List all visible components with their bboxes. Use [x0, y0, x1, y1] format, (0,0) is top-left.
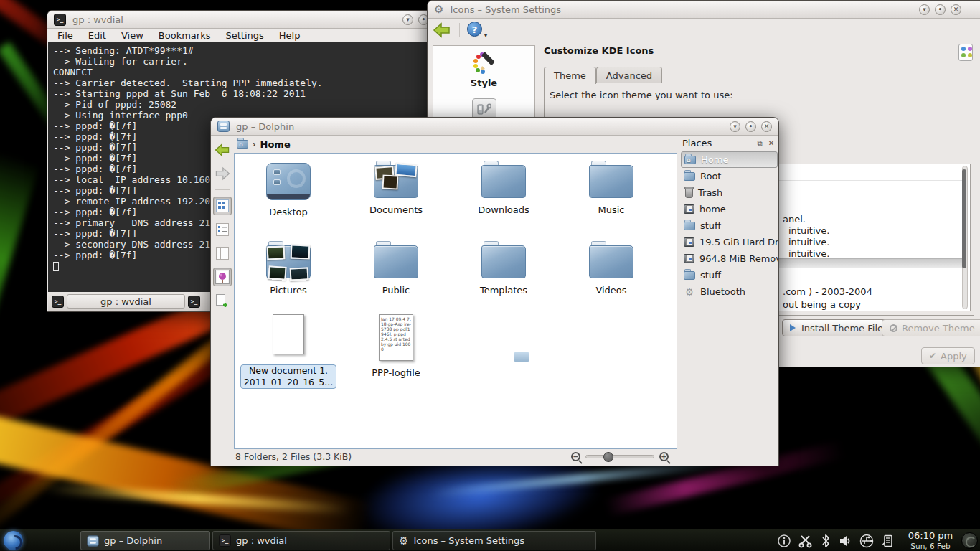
scrollbar-thumb[interactable] [962, 169, 966, 268]
tab-theme-label: Theme [554, 70, 586, 81]
folder-icon [589, 245, 633, 278]
place-item-hard-drive[interactable]: 19.5 GiB Hard Drive [681, 234, 778, 250]
folder-item-public[interactable]: Public [346, 240, 446, 296]
close-icon[interactable]: ✕ [761, 121, 772, 132]
back-button[interactable] [213, 141, 232, 159]
forward-button[interactable] [213, 164, 232, 183]
dolphin-titlebar[interactable]: gp – Dolphin ▾ • ✕ [211, 118, 778, 136]
place-item-bluetooth[interactable]: ⚙ Bluetooth [681, 283, 778, 300]
tab-advanced[interactable]: Advanced [596, 67, 662, 83]
preview-button[interactable] [213, 268, 232, 286]
terminal-title: gp : wvdial [72, 14, 123, 25]
menu-file[interactable]: File [57, 30, 73, 41]
folder-label: Templates [480, 285, 527, 296]
maximize-icon[interactable]: • [745, 121, 756, 132]
printer-icon[interactable] [881, 534, 895, 548]
apply-button[interactable]: ✔ Apply [921, 347, 975, 364]
terminal-titlebar[interactable]: >_ gp : wvdial ▾ • ✕ [47, 11, 451, 29]
pictures-folder-icon [266, 245, 311, 278]
wrench-icon [477, 103, 491, 116]
file-item-ppp-logfile[interactable]: Jan 17 09:4 7:18 gp-Asp ire-5738 pp pd[1… [346, 313, 446, 378]
taskbar-task-dolphin[interactable]: gp – Dolphin [80, 531, 210, 550]
clock-time: 06:10 pm [903, 530, 958, 542]
info-icon[interactable] [777, 534, 791, 548]
place-item-home-drive[interactable]: home [681, 201, 778, 217]
icons-view-button[interactable] [213, 197, 232, 215]
gear-icon: ⚙ [399, 534, 408, 547]
terminal-tab-label: gp : wvdial [100, 296, 151, 307]
minimize-icon[interactable]: ▾ [919, 4, 930, 15]
zoom-slider[interactable] [585, 455, 654, 458]
menu-view[interactable]: View [121, 30, 143, 41]
columns-view-button[interactable] [213, 244, 232, 263]
kde-menu-button[interactable] [4, 531, 23, 550]
list-text-fragment: intuitive. [788, 248, 829, 259]
place-item-stuff2[interactable]: stuff [681, 267, 778, 283]
dolphin-icon [87, 535, 98, 546]
terminal-tab[interactable]: gp : wvdial [67, 294, 185, 309]
minimize-icon[interactable]: ▾ [402, 14, 413, 25]
back-icon [214, 142, 231, 158]
minimize-icon[interactable]: ▾ [730, 121, 740, 132]
taskbar-task-system-settings[interactable]: ⚙ Icons – System Settings [392, 531, 596, 550]
taskbar-task-wvdial[interactable]: >_ gp : wvdial [212, 531, 390, 550]
scrollbar[interactable] [962, 166, 968, 309]
close-panel-icon[interactable]: ✕ [766, 139, 776, 147]
folder-item-videos[interactable]: Videos [561, 240, 661, 296]
volume-icon[interactable] [838, 534, 852, 548]
folder-item-music[interactable]: Music [561, 159, 661, 215]
details-view-button[interactable] [213, 220, 232, 239]
dolphin-statusbar: 8 Folders, 2 Files (3.3 KiB) − + [211, 448, 676, 466]
document-icon [273, 314, 304, 354]
list-text-fragment: intuitive. [788, 237, 829, 248]
folder-item-pictures[interactable]: Pictures [238, 240, 339, 296]
menu-settings[interactable]: Settings [225, 30, 263, 41]
place-item-root[interactable]: Root [681, 168, 778, 184]
help-button[interactable]: ? ▾ [467, 22, 486, 39]
float-panel-icon[interactable]: ⧉ [755, 139, 765, 148]
remove-theme-button[interactable]: Remove Theme [882, 319, 980, 336]
place-item-home[interactable]: ⌂ Home [681, 151, 778, 168]
zoom-in-icon[interactable]: + [659, 452, 669, 461]
place-label: stuff [700, 220, 721, 231]
folder-item-documents[interactable]: Documents [346, 159, 446, 215]
tab-terminal-icon[interactable]: >_ [188, 296, 200, 308]
menu-bookmarks[interactable]: Bookmarks [159, 30, 211, 41]
file-item-new-document[interactable]: New document 1. 2011_01_20_16_5... [238, 313, 339, 389]
place-item-trash[interactable]: Trash [681, 184, 778, 201]
settings-tabs: Theme Advanced [544, 67, 662, 84]
klipper-scissors-icon[interactable] [798, 534, 814, 548]
menu-edit[interactable]: Edit [88, 30, 106, 41]
folder-icon [481, 165, 526, 198]
usb-device-icon[interactable] [859, 534, 875, 548]
file-label-line2: 2011_01_20_16_5... [244, 377, 333, 388]
maximize-icon[interactable]: • [935, 4, 946, 15]
tab-advanced-label: Advanced [606, 70, 652, 81]
folder-item-desktop[interactable]: Desktop [238, 159, 339, 217]
back-icon[interactable] [432, 22, 452, 39]
bluetooth-icon[interactable] [820, 534, 831, 548]
zoom-out-icon[interactable]: − [571, 452, 580, 461]
terminal-line: --> Pid of pppd: 25082 [53, 99, 446, 110]
page-title: Customize KDE Icons [544, 45, 654, 56]
menu-help[interactable]: Help [279, 30, 301, 41]
folder-view[interactable]: Desktop Documents Downloads Music [234, 153, 677, 449]
folder-item-templates[interactable]: Templates [453, 240, 554, 296]
folder-item-downloads[interactable]: Downloads [453, 159, 554, 215]
system-settings-titlebar[interactable]: ⚙ Icons – System Settings ▾ • ✕ [428, 1, 980, 19]
dolphin-window: gp – Dolphin ▾ • ✕ ⌂ › Home [210, 117, 779, 466]
panel-cashew-icon[interactable] [961, 532, 978, 549]
close-icon[interactable]: ✕ [951, 4, 961, 15]
tab-theme[interactable]: Theme [544, 67, 596, 84]
preview-icon [215, 270, 230, 284]
terminal-line: --> Sending: ATDT*99***1# [53, 45, 446, 56]
zoom-slider-knob[interactable] [603, 452, 613, 462]
place-item-stuff[interactable]: stuff [681, 217, 778, 234]
clock[interactable]: 06:10 pm Sun, 6 Feb [903, 530, 958, 550]
new-tab-icon[interactable]: >_ [52, 296, 64, 308]
sidebar-item-style[interactable]: Style [433, 46, 534, 88]
place-item-removable[interactable]: 964.8 MiB Remov... [681, 250, 778, 267]
breadcrumb-home[interactable]: Home [260, 139, 291, 150]
folder-label: Videos [595, 285, 626, 296]
split-view-button[interactable] [213, 291, 232, 310]
